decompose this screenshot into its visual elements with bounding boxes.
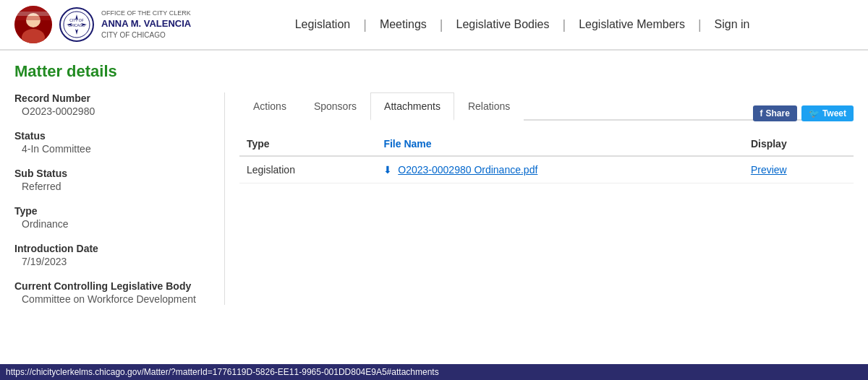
page-content: Matter details Record Number O2023-00029… bbox=[0, 51, 868, 316]
sub-status-label: Sub Status bbox=[14, 168, 210, 179]
nav-sign-in[interactable]: Sign in bbox=[702, 12, 763, 37]
twitter-icon: 🐦 bbox=[809, 108, 820, 118]
facebook-share-button[interactable]: f Share bbox=[753, 105, 797, 121]
record-number-value: O2023-0002980 bbox=[14, 105, 210, 117]
intro-date-label: Introduction Date bbox=[14, 243, 210, 254]
attachments-table: Type File Name Display Legislation ⬇ O20… bbox=[239, 132, 854, 183]
office-name: ANNA M. VALENCIA bbox=[101, 18, 191, 30]
svg-rect-3 bbox=[14, 6, 52, 12]
tab-sponsors[interactable]: Sponsors bbox=[300, 92, 370, 121]
facebook-share-label: Share bbox=[766, 108, 790, 118]
sub-status-value: Referred bbox=[14, 181, 210, 192]
table-row: Legislation ⬇ O2023-0002980 Ordinance.pd… bbox=[239, 156, 854, 183]
nav-legislative-bodies[interactable]: Legislative Bodies bbox=[443, 12, 563, 37]
download-icon: ⬇ bbox=[383, 164, 392, 176]
controlling-body-label: Current Controlling Legislative Body bbox=[14, 280, 210, 292]
share-area: f Share 🐦 Tweet bbox=[753, 105, 854, 121]
office-text: OFFICE OF THE CITY CLERK ANNA M. VALENCI… bbox=[101, 9, 191, 40]
logo-area: CITY OF CHICAGO OFFICE OF THE CITY CLERK… bbox=[14, 6, 191, 43]
nav-meetings[interactable]: Meetings bbox=[367, 12, 440, 37]
col-display: Display bbox=[744, 132, 854, 156]
preview-link[interactable]: Preview bbox=[751, 164, 787, 176]
header: CITY OF CHICAGO OFFICE OF THE CITY CLERK… bbox=[0, 0, 868, 50]
city-seal-icon: CITY OF CHICAGO bbox=[59, 7, 94, 42]
status-value: 4-In Committee bbox=[14, 143, 210, 155]
controlling-body-value: Committee on Workforce Development bbox=[14, 293, 210, 305]
col-type: Type bbox=[239, 132, 376, 156]
nav-legislative-members[interactable]: Legislative Members bbox=[566, 12, 698, 37]
cell-display: Preview bbox=[744, 156, 854, 183]
status-label: Status bbox=[14, 130, 210, 142]
tabs-area: Actions Sponsors Attachments Relations T… bbox=[224, 92, 854, 305]
tab-actions[interactable]: Actions bbox=[239, 92, 300, 121]
office-city: CITY OF CHICAGO bbox=[101, 30, 191, 40]
nav-legislation[interactable]: Legislation bbox=[282, 12, 364, 37]
svg-rect-4 bbox=[14, 12, 52, 16]
twitter-tweet-label: Tweet bbox=[822, 108, 846, 118]
facebook-icon: f bbox=[760, 108, 763, 118]
avatar-icon bbox=[14, 6, 52, 43]
svg-rect-5 bbox=[14, 16, 52, 20]
main-nav: Legislation | Meetings | Legislative Bod… bbox=[191, 12, 854, 37]
type-value: Ordinance bbox=[14, 218, 210, 230]
type-label: Type bbox=[14, 205, 210, 217]
svg-marker-11 bbox=[75, 29, 78, 35]
col-file-name: File Name bbox=[376, 132, 743, 156]
tab-relations[interactable]: Relations bbox=[454, 92, 524, 121]
page-title: Matter details bbox=[14, 62, 854, 81]
office-line1: OFFICE OF THE CITY CLERK bbox=[101, 9, 191, 18]
twitter-tweet-button[interactable]: 🐦 Tweet bbox=[801, 105, 854, 121]
sidebar: Record Number O2023-0002980 Status 4-In … bbox=[14, 92, 224, 305]
file-link[interactable]: O2023-0002980 Ordinance.pdf bbox=[398, 164, 537, 176]
cell-file-name: ⬇ O2023-0002980 Ordinance.pdf bbox=[376, 156, 743, 183]
tab-attachments[interactable]: Attachments bbox=[370, 92, 454, 121]
intro-date-value: 7/19/2023 bbox=[14, 256, 210, 267]
cell-type: Legislation bbox=[239, 156, 376, 183]
main-layout: Record Number O2023-0002980 Status 4-In … bbox=[14, 92, 854, 305]
record-number-label: Record Number bbox=[14, 92, 210, 104]
